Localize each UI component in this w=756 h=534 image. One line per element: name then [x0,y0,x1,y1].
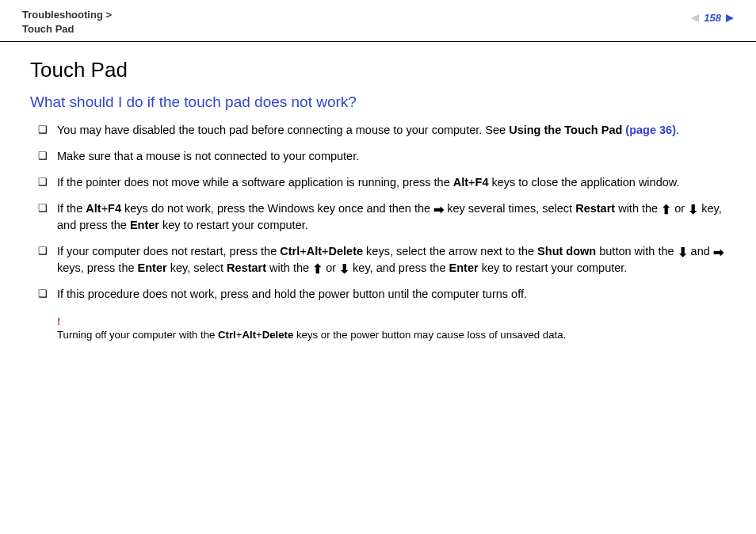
content-area: Touch Pad What should I do if the touch … [0,42,756,342]
page-header: Troubleshooting > Touch Pad 158 [0,0,756,42]
page-title: Touch Pad [30,58,734,82]
breadcrumb-parent: Troubleshooting [22,9,103,21]
key-restart: Restart [227,261,266,274]
arrow-up-icon: ⬆ [312,263,323,276]
list-item: Make sure that a mouse is not connected … [38,148,734,165]
key-alt: Alt [307,245,322,257]
breadcrumb-sep: > [105,9,112,21]
key-f4: F4 [475,176,489,189]
key-alt: Alt [453,176,468,189]
key-restart: Restart [575,202,615,215]
list-item: If your computer does not restart, press… [38,243,734,277]
section-heading: What should I do if the touch pad does n… [30,93,734,111]
list-item: If the pointer does not move while a sof… [38,174,734,191]
key-ctrl: Ctrl [280,245,300,257]
next-page-icon[interactable] [726,14,734,22]
arrow-right-icon: ➡ [713,246,724,259]
page-number: 158 [704,11,721,25]
arrow-down-icon: ⬇ [678,246,688,259]
warning-note: ! Turning off your computer with the Ctr… [57,313,734,343]
key-alt: Alt [86,202,101,215]
list-item: If this procedure does not work, press a… [38,286,734,303]
arrow-down-icon: ⬇ [339,263,349,276]
list-item: If the Alt+F4 keys do not work, press th… [38,200,734,234]
page-nav: 158 [691,11,734,25]
key-delete: Delete [262,329,294,341]
arrow-right-icon: ➡ [433,204,444,216]
key-f4: F4 [108,202,121,215]
bold-text: Using the Touch Pad [509,124,625,136]
arrow-down-icon: ⬇ [688,204,698,216]
key-delete: Delete [329,245,364,257]
key-shutdown: Shut down [537,245,596,257]
list-item: You may have disabled the touch pad befo… [38,122,734,139]
key-enter: Enter [138,261,167,274]
key-ctrl: Ctrl [218,329,236,341]
prev-page-icon[interactable] [691,14,699,22]
arrow-up-icon: ⬆ [661,204,671,216]
breadcrumb-child: Touch Pad [22,23,74,35]
breadcrumb: Troubleshooting > Touch Pad [22,8,112,36]
key-enter: Enter [449,261,479,274]
key-enter: Enter [130,219,159,231]
bullet-list: You may have disabled the touch pad befo… [38,122,734,303]
key-alt: Alt [242,329,256,341]
page-link[interactable]: (page 36) [625,124,676,136]
warning-icon: ! [57,313,734,330]
